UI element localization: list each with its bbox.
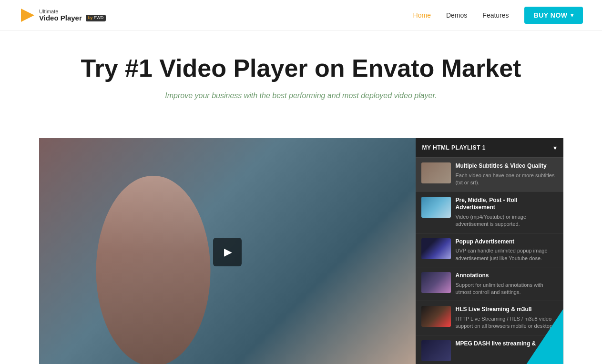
logo: Ultimate Video Player by FWD bbox=[19, 7, 106, 24]
nav-features[interactable]: Features bbox=[482, 11, 509, 19]
nav-home[interactable]: Home bbox=[413, 11, 431, 19]
playlist-item-title: MPEG DASH live streaming & bbox=[456, 340, 558, 348]
playlist-title: MY HTML PLAYLIST 1 bbox=[422, 144, 486, 151]
logo-text: Ultimate Video Player by FWD bbox=[39, 9, 106, 22]
playlist-item-desc: Each video can have one or more subtitle… bbox=[456, 172, 558, 187]
playlist-item-title: Popup Advertisement bbox=[456, 238, 558, 246]
list-item[interactable]: Popup Advertisement UVP can handle unlim… bbox=[416, 233, 563, 267]
playlist-items: Multiple Subtitles & Video Quality Each … bbox=[416, 158, 563, 364]
playlist-header: MY HTML PLAYLIST 1 ▾ bbox=[416, 138, 563, 158]
playlist-item-title: Annotations bbox=[456, 272, 558, 280]
logo-icon bbox=[19, 7, 36, 24]
svg-marker-0 bbox=[21, 9, 34, 22]
playlist-item-title: HLS Live Streaming & m3u8 bbox=[456, 306, 558, 313]
playlist-thumb bbox=[421, 306, 451, 327]
playlist-item-title: Multiple Subtitles & Video Quality bbox=[456, 162, 558, 170]
playlist-item-info: MPEG DASH live streaming & bbox=[456, 340, 558, 350]
list-item[interactable]: Multiple Subtitles & Video Quality Each … bbox=[416, 158, 563, 192]
playlist-item-desc: Video (mp4/Youtube) or image advertiseme… bbox=[456, 213, 558, 228]
playlist-thumb bbox=[421, 340, 451, 361]
main-nav: Home Demos Features BUY NOW ▾ bbox=[413, 7, 583, 24]
playlist-thumb bbox=[421, 272, 451, 293]
hero-title: Try #1 Video Player on Envato Market bbox=[10, 55, 592, 82]
playlist-thumb bbox=[421, 197, 451, 218]
video-area[interactable] bbox=[39, 138, 416, 364]
logo-text-top: Ultimate bbox=[39, 9, 106, 14]
hero-subtitle: Improve your business with the best perf… bbox=[10, 91, 592, 100]
playlist-sidebar: MY HTML PLAYLIST 1 ▾ Multiple Subtitles … bbox=[416, 138, 563, 364]
player-section: MY HTML PLAYLIST 1 ▾ Multiple Subtitles … bbox=[39, 138, 563, 364]
hero-section: Try #1 Video Player on Envato Market Imp… bbox=[0, 31, 602, 138]
playlist-toggle-icon[interactable]: ▾ bbox=[553, 144, 557, 152]
playlist-thumb bbox=[421, 238, 451, 259]
playlist-item-desc: UVP can handle unlimited popup image adv… bbox=[456, 247, 558, 262]
play-button[interactable] bbox=[213, 238, 242, 266]
logo-text-bottom: Video Player bbox=[39, 14, 82, 22]
playlist-item-info: Multiple Subtitles & Video Quality Each … bbox=[456, 162, 558, 186]
playlist-item-info: Popup Advertisement UVP can handle unlim… bbox=[456, 238, 558, 262]
playlist-item-info: Annotations Support for unlimited annota… bbox=[456, 272, 558, 296]
chevron-down-icon: ▾ bbox=[571, 12, 574, 19]
playlist-item-desc: HTTP Live Streaming / HLS / m3u8 video s… bbox=[456, 315, 558, 330]
playlist-item-info: Pre, Middle, Post - Roll Advertisement V… bbox=[456, 197, 558, 228]
site-header: Ultimate Video Player by FWD Home Demos … bbox=[0, 0, 602, 31]
list-item[interactable]: HLS Live Streaming & m3u8 HTTP Live Stre… bbox=[416, 301, 563, 335]
playlist-item-title: Pre, Middle, Post - Roll Advertisement bbox=[456, 197, 558, 212]
playlist-item-info: HLS Live Streaming & m3u8 HTTP Live Stre… bbox=[456, 306, 558, 330]
buy-now-button[interactable]: BUY NOW ▾ bbox=[524, 7, 583, 24]
list-item[interactable]: Pre, Middle, Post - Roll Advertisement V… bbox=[416, 192, 563, 233]
playlist-thumb bbox=[421, 162, 451, 183]
player-wrapper: MY HTML PLAYLIST 1 ▾ Multiple Subtitles … bbox=[39, 138, 563, 364]
logo-badge: by FWD bbox=[86, 15, 106, 21]
list-item[interactable]: MPEG DASH live streaming & bbox=[416, 335, 563, 364]
list-item[interactable]: Annotations Support for unlimited annota… bbox=[416, 267, 563, 301]
nav-demos[interactable]: Demos bbox=[446, 11, 467, 19]
playlist-item-desc: Support for unlimited annotations with u… bbox=[456, 282, 558, 296]
